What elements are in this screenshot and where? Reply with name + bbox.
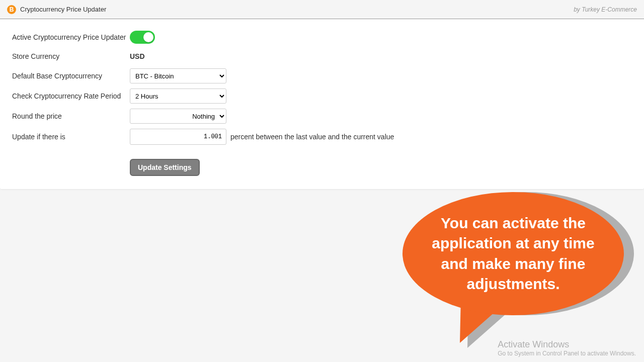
row-submit: Update Settings	[12, 150, 632, 176]
label-store-currency: Store Currency	[12, 52, 130, 60]
speech-bubble-body: You can activate the application at any …	[403, 192, 624, 315]
select-rate-period[interactable]: 2 Hours	[130, 88, 226, 104]
app-title: Cryptocurrency Price Updater	[20, 6, 106, 13]
select-round-price[interactable]: Nothing	[130, 109, 226, 124]
label-active: Active Cryptocurrency Price Updater	[12, 33, 130, 41]
toggle-knob	[143, 32, 153, 42]
row-store-currency: Store Currency USD	[12, 49, 632, 63]
toggle-active[interactable]	[130, 31, 155, 44]
row-round-price: Round the price Nothing	[12, 109, 632, 124]
label-update-threshold: Update if there is	[12, 133, 130, 141]
value-store-currency: USD	[130, 52, 145, 60]
bitcoin-icon: B	[7, 5, 16, 14]
byline: by Turkey E-Commerce	[574, 6, 637, 13]
select-base-crypto[interactable]: BTC - Bitcoin	[130, 68, 226, 83]
top-bar-left: B Cryptocurrency Price Updater	[7, 5, 106, 14]
suffix-update-threshold: percent between the last value and the c…	[230, 133, 394, 141]
row-active: Active Cryptocurrency Price Updater	[12, 30, 632, 44]
input-update-threshold[interactable]	[130, 129, 226, 145]
top-bar: B Cryptocurrency Price Updater by Turkey…	[0, 0, 644, 19]
label-rate-period: Check Cryptocurrency Rate Period	[12, 92, 130, 100]
settings-panel: Active Cryptocurrency Price Updater Stor…	[0, 19, 644, 189]
label-base-crypto: Default Base Cryptocurrency	[12, 72, 130, 80]
update-settings-button[interactable]: Update Settings	[130, 159, 200, 176]
speech-bubble-text: You can activate the application at any …	[422, 213, 605, 295]
label-round-price: Round the price	[12, 112, 130, 120]
speech-bubble: You can activate the application at any …	[403, 186, 634, 357]
row-rate-period: Check Cryptocurrency Rate Period 2 Hours	[12, 88, 632, 104]
row-base-crypto: Default Base Cryptocurrency BTC - Bitcoi…	[12, 68, 632, 83]
row-update-threshold: Update if there is percent between the l…	[12, 129, 632, 145]
